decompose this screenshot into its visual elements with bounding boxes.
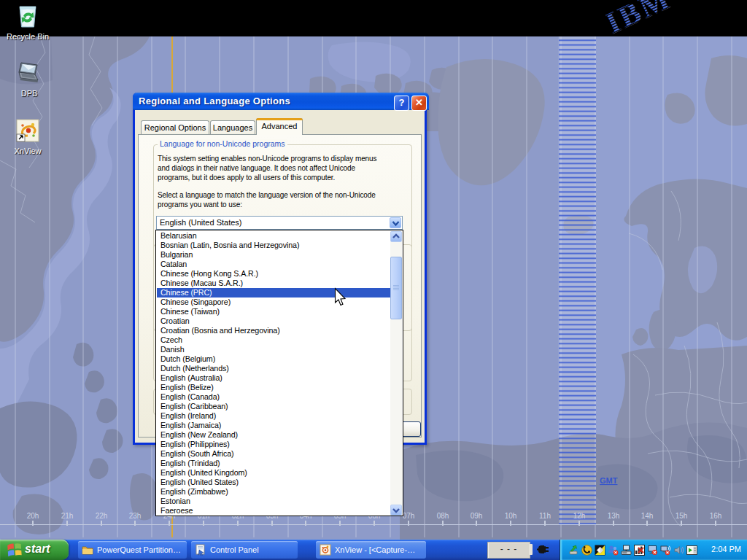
svg-text:IBM: IBM: [605, 0, 676, 36]
svg-text:GMT: GMT: [600, 476, 618, 485]
